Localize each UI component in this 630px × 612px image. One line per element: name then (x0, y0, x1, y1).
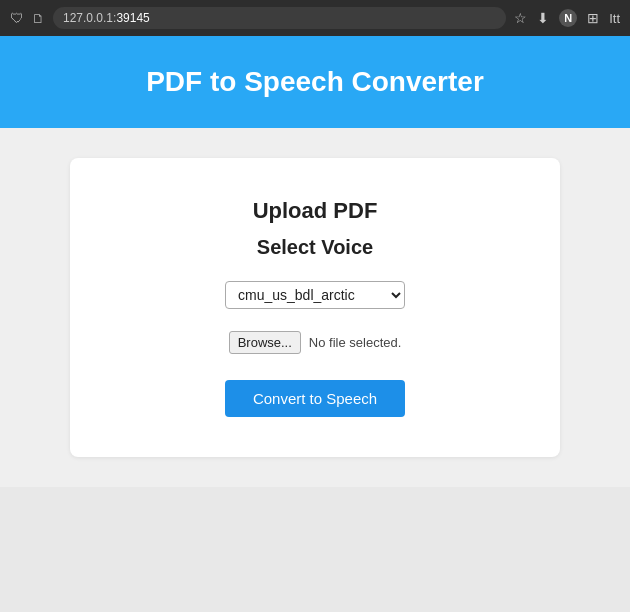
star-icon[interactable]: ☆ (514, 10, 527, 26)
url-prefix: 127.0.0.1: (63, 11, 116, 25)
n-badge[interactable]: N (559, 9, 577, 27)
upload-title: Upload PDF (253, 198, 378, 224)
url-port: 39145 (116, 11, 149, 25)
converter-card: Upload PDF Select Voice cmu_us_bdl_arcti… (70, 158, 560, 457)
page-icon: 🗋 (32, 11, 45, 26)
file-name-label: No file selected. (309, 335, 402, 350)
select-voice-title: Select Voice (257, 236, 373, 259)
convert-button[interactable]: Convert to Speech (225, 380, 405, 417)
download-icon[interactable]: ⬇ (537, 10, 549, 26)
url-bar[interactable]: 127.0.0.1:39145 (53, 7, 506, 29)
browse-button[interactable]: Browse... (229, 331, 301, 354)
browser-left-icons: 🛡 🗋 (10, 10, 45, 26)
file-upload-row: Browse... No file selected. (229, 331, 402, 354)
main-content: Upload PDF Select Voice cmu_us_bdl_arcti… (0, 128, 630, 487)
browser-chrome: 🛡 🗋 127.0.0.1:39145 ☆ ⬇ N ⊞ Itt (0, 0, 630, 36)
shield-icon: 🛡 (10, 10, 24, 26)
app-title: PDF to Speech Converter (20, 66, 610, 98)
browser-right-icons: ☆ ⬇ N ⊞ Itt (514, 9, 620, 27)
voice-select[interactable]: cmu_us_bdl_arctic (225, 281, 405, 309)
grid-icon[interactable]: ⊞ (587, 10, 599, 26)
itt-label: Itt (609, 11, 620, 26)
app-header: PDF to Speech Converter (0, 36, 630, 128)
